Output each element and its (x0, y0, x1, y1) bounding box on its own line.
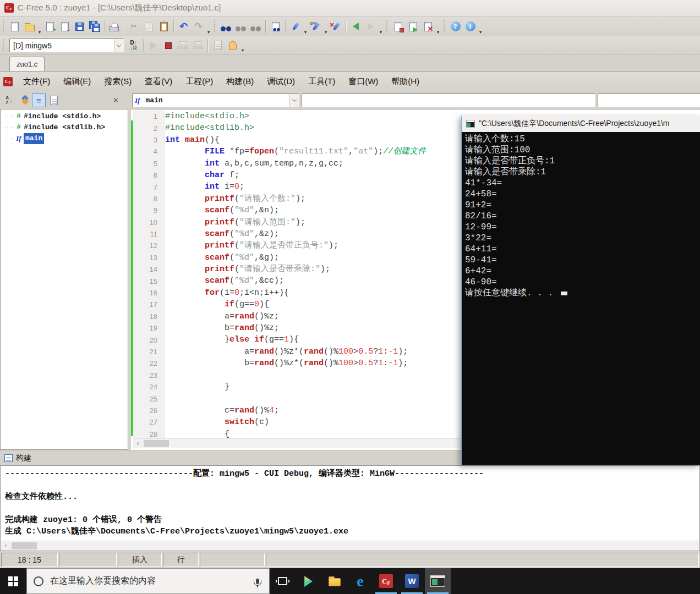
scroll-thumb[interactable] (144, 440, 169, 447)
clear-bookmarks-button[interactable]: ✕ (329, 19, 343, 34)
menu-p[interactable]: 工程(P) (179, 74, 220, 89)
menu-bar: CF 文件(F)编辑(E)搜索(S)查看(V)工程(P)构建(B)调试(D)工具… (0, 72, 700, 91)
group-by-type-button[interactable] (17, 94, 31, 107)
tree-item-main[interactable]: Ifmain (1, 133, 128, 144)
step-over-button[interactable]: 10101 (176, 38, 190, 53)
menu-e[interactable]: 编辑(E) (57, 74, 97, 89)
list-view-button[interactable]: ≡ (32, 94, 46, 107)
symbols-tree: ##include <stdio.h>##include <stdlib.h>I… (0, 109, 128, 450)
function-combo-dropdown[interactable] (289, 94, 299, 107)
taskbar-app-file-explorer[interactable] (321, 568, 347, 594)
copy-button[interactable] (141, 19, 156, 34)
new-from-template-button[interactable]: + (42, 19, 57, 34)
taskbar-app-c-free[interactable]: CF (373, 568, 399, 594)
paste-button[interactable] (156, 19, 171, 34)
compile-button[interactable] (391, 19, 406, 34)
toolbar-grip[interactable] (213, 20, 217, 33)
run-button[interactable] (146, 38, 161, 53)
line-number: 24 (133, 383, 165, 391)
menu-d[interactable]: 调试(D) (260, 74, 302, 89)
close-file-button[interactable]: → (57, 19, 72, 34)
close-panel-button[interactable]: ✕ (109, 94, 123, 107)
build-button[interactable] (406, 19, 420, 34)
stop-button[interactable] (161, 38, 176, 53)
scroll-left-icon[interactable]: ‹ (133, 439, 143, 448)
print-button[interactable] (107, 19, 122, 34)
menu-s[interactable]: 搜索(S) (97, 74, 138, 89)
find-button[interactable] (218, 19, 233, 34)
navigate-forward-button[interactable] (363, 19, 378, 34)
toggle-bookmark-dropdown[interactable]: ▾ (303, 30, 308, 36)
taskbar-search[interactable]: 在这里输入你要搜索的内容 (26, 568, 270, 594)
open-file-dropdown[interactable]: ▾ (37, 30, 42, 36)
undo-button[interactable]: ↶ (176, 19, 191, 34)
debug-release-toggle-button[interactable]: D↑↓R (126, 38, 141, 53)
about-dropdown[interactable]: ▾ (478, 30, 483, 36)
find-previous-button[interactable] (248, 19, 263, 34)
menu-t[interactable]: 工具(T) (302, 74, 342, 89)
build-hscrollbar[interactable]: ‹ (1, 541, 699, 550)
navigate-forward-dropdown[interactable]: ▾ (378, 30, 384, 36)
scroll-left-icon[interactable]: ‹ (1, 541, 10, 551)
help-button[interactable]: ? (448, 19, 463, 34)
menu-b[interactable]: 构建(B) (220, 74, 260, 89)
console-cursor (561, 292, 567, 295)
toolbar-grip[interactable] (2, 39, 6, 52)
function-combo[interactable]: If main (132, 94, 299, 107)
taskbar-app-console[interactable] (425, 568, 451, 594)
taskbar-app-edge[interactable]: e (347, 568, 373, 594)
detail-view-button[interactable] (47, 94, 61, 107)
menu-v[interactable]: 查看(V) (138, 74, 179, 89)
tree-item-include-stdio-h[interactable]: ##include <stdio.h> (1, 111, 128, 122)
console-window[interactable]: "C:\Users\魏佳辛\Documents\C-Free\Projects\… (461, 116, 700, 465)
tertiary-combo[interactable] (598, 94, 700, 107)
sort-alphabetic-button[interactable]: AZ↓ (2, 94, 16, 107)
about-button[interactable]: i (463, 19, 478, 34)
new-file-button[interactable] (7, 19, 22, 34)
cut-button[interactable]: ✂ (127, 19, 141, 34)
toolbar-overflow-dropdown[interactable]: ▾ (240, 48, 245, 54)
goto-line-button[interactable]: G% (308, 19, 323, 34)
console-output[interactable]: 请输入个数:15请输入范围:100请输入是否带正负号:1请输入是否带乘除:141… (462, 132, 700, 465)
toggle-bookmark-button[interactable] (288, 19, 303, 34)
build-config-combo[interactable]: [D] mingw5 (9, 38, 124, 52)
menu-h[interactable]: 帮助(H) (385, 74, 426, 89)
scroll-thumb[interactable] (12, 542, 37, 549)
build-output[interactable]: --------------------------------------配置… (0, 465, 700, 551)
taskbar-app-tencent-video[interactable] (296, 568, 321, 594)
redo-button[interactable]: ↷ (191, 19, 206, 34)
cursor-position: 18 : 15 (1, 553, 58, 566)
console-line: 91+2= (465, 200, 697, 211)
tab-zuo1c[interactable]: zuo1.c (9, 57, 45, 71)
redo-dropdown[interactable]: ▾ (206, 30, 211, 36)
toolbar-grip[interactable] (2, 20, 6, 33)
rebuild-button[interactable]: ✕ (420, 19, 435, 34)
navigate-back-button[interactable] (348, 19, 363, 34)
find-next-button[interactable] (233, 19, 248, 34)
toolbar-separator (124, 20, 124, 33)
secondary-combo[interactable] (302, 94, 595, 107)
menu-w[interactable]: 窗口(W) (342, 74, 385, 89)
goto-line-dropdown[interactable]: ▾ (323, 30, 329, 36)
step-into-button[interactable]: 10101 (190, 38, 205, 53)
microphone-icon[interactable] (256, 579, 259, 584)
chevron-down-icon[interactable] (114, 39, 123, 52)
line-number: 20 (133, 336, 165, 344)
taskbar-app-task-view[interactable] (270, 568, 296, 594)
show-debug-output-button[interactable] (210, 38, 225, 53)
find-in-files-button[interactable] (268, 19, 283, 34)
menu-f[interactable]: 文件(F) (17, 74, 57, 89)
toolbar-grip[interactable] (442, 20, 446, 33)
open-file-button[interactable] (22, 19, 37, 34)
start-button[interactable] (0, 568, 26, 594)
pause-debug-button[interactable] (225, 38, 240, 53)
save-all-button[interactable] (87, 19, 102, 34)
function-icon: If (14, 134, 24, 143)
toolbar-grip[interactable] (385, 20, 389, 33)
console-title-bar[interactable]: "C:\Users\魏佳辛\Documents\C-Free\Projects\… (462, 116, 700, 132)
taskbar-app-word[interactable]: W (399, 568, 425, 594)
console-line: 59-41= (465, 255, 697, 266)
tree-item-include-stdlib-h[interactable]: ##include <stdlib.h> (1, 122, 128, 133)
save-button[interactable] (72, 19, 87, 34)
rebuild-dropdown[interactable]: ▾ (435, 30, 441, 36)
